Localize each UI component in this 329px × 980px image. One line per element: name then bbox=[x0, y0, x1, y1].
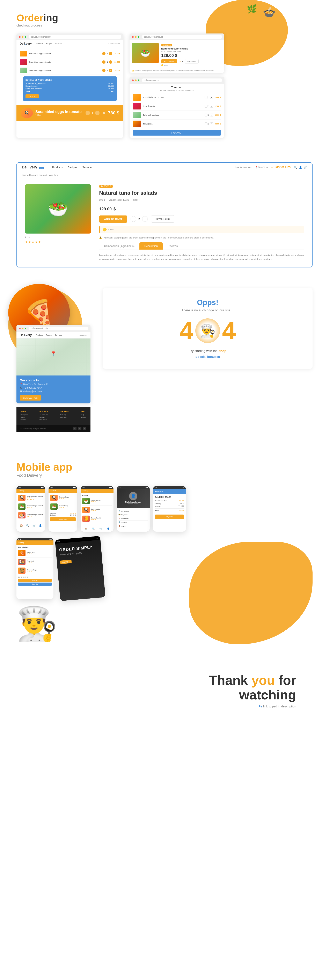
product-mini-image: 🥗 bbox=[132, 43, 159, 63]
cart-item-controls: - 1 + bbox=[102, 69, 112, 72]
browser-bar: delivery.com/checkout bbox=[16, 33, 123, 40]
cart-item-controls: - 1 + bbox=[102, 60, 112, 64]
map-info-panel: Our contacts 📍 New York, 5th Avenue 12 📞… bbox=[16, 375, 91, 403]
section-404: 🍕 delivery.com/contacts Deli.very Produc… bbox=[0, 276, 329, 444]
star-5: ★ bbox=[38, 240, 41, 243]
footer-bottom: © 2023 Delivery. All rights reserved. f … bbox=[16, 425, 91, 432]
cart-row-minus[interactable]: - bbox=[204, 123, 208, 125]
close-out-btn[interactable]: Close Out bbox=[50, 517, 76, 521]
product-highlight-strip: 🍳 Scrambled eggs in tomato 180 gr + 1 - … bbox=[16, 105, 123, 121]
cart-row-minus[interactable]: - bbox=[204, 105, 208, 108]
cart-row-plus[interactable]: + bbox=[210, 114, 213, 116]
mobile-subtitle: Food Delivery bbox=[16, 473, 313, 478]
cart-checkout-button[interactable]: CHECKOUT bbox=[133, 130, 221, 135]
phone-food-item: 🥗 Scrambled eggs in tomato 42.99 $ bbox=[18, 503, 43, 511]
contact-us-btn[interactable]: CONTACT US bbox=[20, 395, 41, 401]
profile-menu-item[interactable]: 💳 Payment bbox=[118, 513, 148, 517]
profile-menu-item[interactable]: 🚪 Logout bbox=[118, 524, 148, 528]
mock-nav: Deli.very Products Recipes Services +1 9… bbox=[16, 40, 123, 47]
copyright-text: © 2023 Delivery. All rights reserved. bbox=[21, 428, 47, 430]
special-bonuses-link[interactable]: Special bonuses bbox=[196, 355, 220, 358]
twitter-icon[interactable]: t bbox=[78, 426, 81, 430]
mint-decoration: 🌿 bbox=[247, 4, 257, 14]
phone-profile: 9:41 ●●● 👤 Nicholas Atkinson Premium Mem… bbox=[117, 486, 150, 531]
qty-plus-btn[interactable]: + bbox=[142, 216, 148, 222]
buy-in-one-click-btn[interactable]: Buy to 1 click bbox=[151, 215, 174, 223]
bonus-value: 4 995 bbox=[109, 228, 113, 231]
right-mockups: delivery.com/product 🥗 IN STOCK Natural … bbox=[129, 33, 224, 138]
home-nav-icon[interactable]: 🏠 bbox=[20, 524, 23, 527]
phone-catalog-2: 9:41 ●●● catalog Salads 🥗 Salad Supreme … bbox=[81, 486, 113, 531]
section-mobile-app: Mobile app Food Delivery 9:41 ●●● catalo… bbox=[0, 444, 329, 661]
qty-control-row: - 2 + bbox=[131, 216, 148, 222]
facebook-icon[interactable]: f bbox=[73, 426, 77, 430]
cart-nav-icon[interactable]: 🛒 bbox=[32, 524, 35, 527]
your-cart-row: Cellar with potatoes - 1 + 26.00 $ bbox=[133, 111, 221, 119]
cart-row-plus[interactable]: + bbox=[210, 96, 213, 99]
ordering-title-part1: Order bbox=[16, 13, 43, 24]
search-icon[interactable]: 🔍 bbox=[294, 166, 297, 169]
your-cart-subtitle: You have 3 items in your cart for a tota… bbox=[133, 89, 221, 91]
ordering-subtitle: checkout process bbox=[16, 24, 313, 27]
user-icon-2[interactable]: 👤 bbox=[107, 528, 110, 530]
tab-composition[interactable]: Composition (ingredients) bbox=[99, 242, 139, 250]
error-number-row: 4 👨‍🍳 4 bbox=[179, 318, 236, 343]
error-try-starting: Try starting with the shop bbox=[189, 349, 227, 353]
qty-x-btn[interactable]: ✕ bbox=[103, 111, 105, 115]
tab-reviews[interactable]: Reviews bbox=[163, 242, 183, 250]
nav-items: Products Recipes Services bbox=[36, 43, 62, 45]
user-nav-icon[interactable]: 👤 bbox=[39, 524, 42, 527]
instagram-icon[interactable]: in bbox=[83, 426, 86, 430]
buy-mini-btn[interactable]: Buy in 1 click bbox=[185, 59, 199, 64]
qty-number: 1 bbox=[92, 111, 93, 115]
product-bonus: 🟡 4 995 bbox=[99, 226, 304, 233]
home-icon-2[interactable]: 🏠 bbox=[85, 528, 88, 530]
order-detail-row: Cellar with potatoes 26.00 $ bbox=[26, 88, 114, 90]
cart-row-minus[interactable]: - bbox=[204, 114, 208, 116]
product-mini-actions: ADD TO CART - 2 + Buy in 1 click bbox=[161, 59, 222, 64]
product-image-section: 17 ☆ ★ ★ ★ ★ ★ bbox=[25, 184, 91, 261]
cart-row-minus[interactable]: - bbox=[204, 96, 208, 99]
cart-row-plus[interactable]: + bbox=[210, 105, 213, 108]
star-4: ★ bbox=[35, 240, 38, 243]
pay-now-btn[interactable]: Pay Now bbox=[155, 515, 184, 519]
ordering-mockups: delivery.com/checkout Deli.very Products… bbox=[16, 33, 313, 138]
add-to-cart-btn[interactable]: ADD TO CART bbox=[99, 215, 127, 223]
profile-menu-item[interactable]: ⚙️ Settings bbox=[118, 520, 148, 524]
cart-item-image bbox=[20, 51, 27, 56]
cart-increase-btn[interactable]: + bbox=[109, 52, 112, 55]
user-icon[interactable]: 👤 bbox=[299, 166, 302, 169]
qty-add-btn[interactable]: + bbox=[86, 111, 90, 115]
search-icon-2[interactable]: 🔍 bbox=[92, 528, 95, 530]
profile-menu-item[interactable]: 📋 My Orders bbox=[118, 509, 148, 513]
close-out-btn-2[interactable]: Close Out bbox=[18, 582, 52, 585]
product-tabs: Composition (ingredients) Description Re… bbox=[99, 242, 304, 250]
phone-food-item: 🍳 Eggs Benedict 18.99 $ bbox=[82, 507, 112, 514]
order-button[interactable]: ORDER bbox=[26, 94, 39, 99]
qty-minus-btn[interactable]: - bbox=[131, 216, 136, 222]
tab-description[interactable]: Description bbox=[139, 242, 163, 250]
cart-icon[interactable]: 🛒 bbox=[304, 166, 307, 169]
rating-count: 17 ☆ bbox=[25, 235, 30, 238]
qty-mini-controls: - 2 + bbox=[179, 60, 183, 62]
search-nav-icon[interactable]: 🔍 bbox=[26, 524, 29, 527]
cart-icon-2[interactable]: 🛒 bbox=[99, 528, 102, 530]
cart-item-price: 26.00$ bbox=[114, 52, 120, 55]
product-price: 129.00 $ bbox=[99, 204, 304, 212]
order-detail-title: DETAILS OF YOUR ORDER bbox=[26, 79, 114, 81]
profile-menu-item[interactable]: 📍 Addresses bbox=[118, 517, 148, 520]
cart-row-plus[interactable]: + bbox=[210, 123, 213, 125]
map-mockup: delivery.com/contacts Deli.very Products… bbox=[16, 325, 91, 432]
cart-decrease-btn[interactable]: - bbox=[102, 52, 105, 55]
cart-item-image bbox=[20, 68, 27, 73]
profile-role: Premium Member bbox=[119, 503, 148, 504]
location-nav: 📍 New York bbox=[255, 166, 268, 169]
try-starting-link[interactable]: shop bbox=[219, 349, 227, 353]
product-mini-content: 🥗 IN STOCK Natural tuna for salads 900 g… bbox=[129, 40, 224, 68]
special-bonuses-nav: Special bonuses bbox=[235, 166, 252, 169]
qty-minus-btn[interactable]: - bbox=[95, 111, 99, 115]
map-title: Our contacts bbox=[20, 379, 87, 382]
delivery-btn[interactable]: Delivery bbox=[18, 579, 52, 582]
add-cart-mini-btn[interactable]: ADD TO CART bbox=[161, 59, 177, 63]
product-highlight-weight: 180 gr bbox=[35, 114, 83, 116]
